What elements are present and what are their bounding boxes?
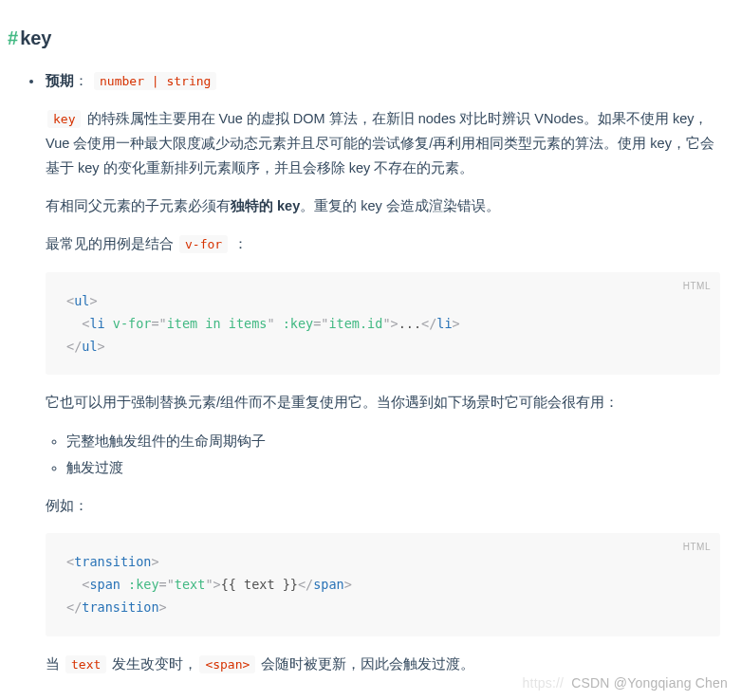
code-lang-label: HTML (683, 278, 711, 295)
code-example-1: HTML<ul> <li v-for="item in items" :key=… (46, 272, 720, 376)
para6-after: 会随时被更新，因此会触发过渡。 (257, 656, 474, 672)
key-code: key (47, 110, 81, 128)
description-paragraph-2: 有相同父元素的子元素必须有独特的 key。重复的 key 会造成渲染错误。 (46, 193, 720, 218)
para1-text: 的特殊属性主要用在 Vue 的虚拟 DOM 算法，在新旧 nodes 对比时辨识… (46, 111, 714, 175)
description-paragraph-3: 最常见的用例是结合 v-for ： (46, 231, 720, 256)
vfor-code: v-for (179, 235, 228, 253)
code-example-2: HTML<transition> <span :key="text">{{ te… (46, 533, 720, 636)
watermark-main: CSDN @Yongqiang Chen (571, 675, 728, 691)
description-paragraph-4: 它也可以用于强制替换元素/组件而不是重复使用它。当你遇到如下场景时它可能会很有用… (46, 390, 720, 414)
text-code: text (65, 655, 106, 673)
para6-mid: 发生改变时， (108, 656, 197, 672)
expects-type-code: number | string (94, 72, 216, 90)
description-paragraph-5: 例如： (46, 493, 720, 518)
description-paragraph-1: key 的特殊属性主要用在 Vue 的虚拟 DOM 算法，在新旧 nodes 对… (46, 106, 720, 180)
use-case-list: 完整地触发组件的生命周期钩子 触发过渡 (46, 429, 720, 480)
expects-line: 预期： number | string (46, 68, 720, 93)
list-item: 完整地触发组件的生命周期钩子 (66, 429, 720, 453)
description-paragraph-6: 当 text 发生改变时，<span> 会随时被更新，因此会触发过渡。 (46, 652, 720, 676)
anchor-hash-icon: # (8, 28, 18, 48)
para2-before: 有相同父元素的子元素必须有 (46, 198, 231, 213)
para6-before: 当 (46, 656, 64, 672)
expects-label: 预期 (46, 73, 74, 88)
section-heading: #key (8, 21, 720, 55)
para3-after: ： (230, 236, 248, 251)
span-code: <span> (199, 655, 255, 673)
key-list-item: 预期： number | string key 的特殊属性主要用在 Vue 的虚… (44, 68, 720, 676)
para3-before: 最常见的用例是结合 (46, 236, 177, 251)
code-lang-label: HTML (683, 539, 711, 556)
list-item: 触发过渡 (66, 455, 720, 480)
attribute-list: 预期： number | string key 的特殊属性主要用在 Vue 的虚… (8, 68, 720, 676)
para2-strong: 独特的 key (231, 198, 300, 213)
watermark-faint: https:// (523, 675, 565, 691)
para2-after: 。重复的 key 会造成渲染错误。 (300, 198, 500, 213)
colon: ： (74, 73, 88, 88)
heading-text: key (20, 28, 51, 48)
